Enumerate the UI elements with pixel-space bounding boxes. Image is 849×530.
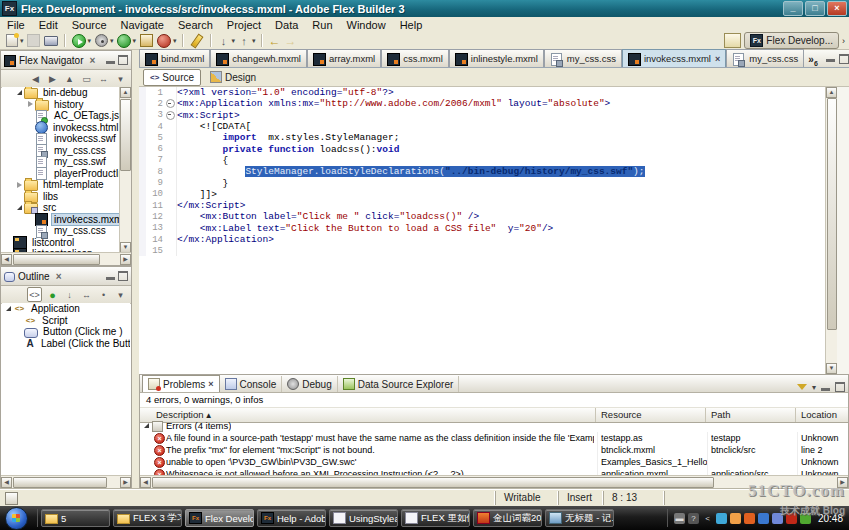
problem-row[interactable]: ×A file found in a source-path 'testapp'…: [140, 432, 848, 444]
minimize-button[interactable]: _: [783, 1, 803, 16]
profile-button[interactable]: ▾: [115, 33, 138, 49]
dropdown-arrow-icon[interactable]: ▾: [133, 37, 137, 45]
expander-closed-icon[interactable]: [15, 182, 24, 188]
outline-item[interactable]: ALabel (Click the Button to lo: [2, 338, 130, 350]
close-tab-icon[interactable]: ×: [208, 379, 213, 389]
view-tab-console[interactable]: Console: [220, 376, 283, 392]
view-tab-problems[interactable]: Problems×: [142, 375, 220, 392]
problem-row[interactable]: ×The prefix "mx" for element "mx:Script"…: [140, 444, 848, 456]
maximize-editor-button[interactable]: [839, 54, 849, 64]
taskbar-button-flex-develop-[interactable]: FxFlex Develop...: [185, 509, 254, 527]
column-header-description[interactable]: Description ▴: [156, 409, 211, 420]
prev-annotation-button[interactable]: ↑▾: [236, 33, 257, 49]
minimize-editor-button[interactable]: [826, 59, 835, 62]
scroll-thumb[interactable]: [13, 477, 107, 488]
fetion-icon[interactable]: [744, 513, 755, 524]
close-view-icon[interactable]: ×: [56, 271, 62, 282]
editor-tab-invokecss-mxml[interactable]: invokecss.mxml×: [622, 49, 726, 67]
code-line[interactable]: 14</mx:Application>: [139, 234, 825, 245]
taskbar-button-help-adobe-[interactable]: FxHelp - Adobe...: [257, 509, 326, 527]
code-line[interactable]: 8 StyleManager.loadStyleDeclarations("..…: [139, 166, 825, 177]
menu-edit[interactable]: Edit: [32, 19, 65, 31]
code-editor[interactable]: 1<?xml version="1.0" encoding="utf-8"?>2…: [139, 87, 826, 374]
expander-open-icon[interactable]: [15, 90, 24, 95]
view-menu-icon[interactable]: ▾: [812, 383, 816, 392]
menu-source[interactable]: Source: [65, 19, 114, 31]
editor-tab-css-mxml[interactable]: css.mxml: [381, 49, 449, 67]
expander-closed-icon[interactable]: [26, 101, 35, 107]
scroll-left-icon[interactable]: ◀: [1, 254, 12, 265]
maximize-button[interactable]: □: [805, 1, 825, 16]
code-line[interactable]: 7 {: [139, 155, 825, 166]
close-tab-icon[interactable]: ×: [715, 54, 720, 64]
problem-row[interactable]: ×unable to open '\PV3D_GW\bin\PV3D_GW.sw…: [140, 456, 848, 468]
outline-horizontal-scrollbar[interactable]: ◀ ▶: [1, 475, 131, 488]
mark-occurrences-button[interactable]: [188, 33, 206, 49]
tab-overflow-chevron[interactable]: »6: [804, 54, 821, 67]
taskbar-button--[interactable]: 无标题 - 记...: [545, 509, 614, 527]
minimize-view-button[interactable]: [821, 388, 830, 391]
dropdown-arrow-icon[interactable]: ▾: [232, 37, 236, 45]
scroll-up-icon[interactable]: ▲: [826, 87, 837, 98]
back-button[interactable]: ←: [267, 33, 283, 49]
tree-item[interactable]: invokecss.mxml: [2, 214, 119, 226]
menu-search[interactable]: Search: [171, 19, 220, 31]
fast-view-icon[interactable]: [5, 492, 18, 505]
print-button[interactable]: [42, 33, 60, 49]
dropdown-arrow-icon[interactable]: ▾: [88, 37, 92, 45]
maximize-view-button[interactable]: [835, 382, 845, 392]
tree-item[interactable]: playerProductInstall.swf: [2, 168, 119, 180]
expander-open-icon[interactable]: [142, 423, 151, 428]
outline-source-button[interactable]: <>: [27, 287, 42, 302]
scroll-thumb[interactable]: [152, 477, 714, 488]
minimize-view-button[interactable]: [106, 277, 115, 280]
scroll-right-icon[interactable]: ▶: [120, 254, 131, 265]
column-header-resource[interactable]: Resource: [601, 409, 642, 420]
code-line[interactable]: 4 <![CDATA[: [139, 121, 825, 132]
security-icon[interactable]: [800, 513, 811, 524]
menu-data[interactable]: Data: [268, 19, 305, 31]
tree-item[interactable]: history: [2, 99, 119, 111]
taskbar-button-flex-3-[interactable]: FLEX 3 学习...: [113, 509, 182, 527]
menu-navigate[interactable]: Navigate: [114, 19, 171, 31]
scroll-thumb[interactable]: [827, 98, 837, 330]
scroll-thumb[interactable]: [120, 99, 131, 171]
export-release-button[interactable]: [137, 33, 155, 49]
code-line[interactable]: 5 import mx.styles.StyleManager;: [139, 132, 825, 143]
tree-item[interactable]: AC_OETags.js: [2, 110, 119, 122]
tree-item[interactable]: my_css.swf: [2, 156, 119, 168]
fold-collapse-icon[interactable]: [166, 111, 175, 120]
link-editor-button[interactable]: ↔: [97, 72, 110, 85]
open-perspective-icon[interactable]: [724, 33, 741, 48]
menu-help[interactable]: Help: [393, 19, 430, 31]
tree-item[interactable]: libs: [2, 191, 119, 203]
code-line[interactable]: 13 <mx:Label text="Click the Button to l…: [139, 223, 825, 234]
navigator-vertical-scrollbar[interactable]: ▲ ▼: [119, 87, 131, 253]
close-button[interactable]: ×: [827, 1, 847, 16]
code-line[interactable]: 10 ]]>: [139, 189, 825, 200]
forward-button[interactable]: →: [283, 33, 299, 49]
expander-open-icon[interactable]: [15, 205, 24, 210]
column-header-path[interactable]: Path: [711, 409, 731, 420]
dropdown-arrow-icon[interactable]: ▾: [252, 37, 256, 45]
code-line[interactable]: 9 }: [139, 177, 825, 188]
outline-item[interactable]: <>Application: [2, 303, 130, 315]
menu-window[interactable]: Window: [340, 19, 393, 31]
editor-tab-my-css-css[interactable]: my_css.css: [726, 49, 804, 67]
column-header-location[interactable]: Location: [801, 409, 837, 420]
sort-button[interactable]: ↓: [63, 288, 76, 301]
thunder-icon[interactable]: [786, 513, 797, 524]
scroll-up-icon[interactable]: ▲: [120, 87, 131, 98]
editor-tab-bind-mxml[interactable]: bind.mxml: [139, 49, 210, 67]
tree-item[interactable]: html-template: [2, 179, 119, 191]
tree-item[interactable]: listcontrol: [2, 237, 119, 249]
language-bar-icon[interactable]: ▬: [674, 513, 685, 524]
tree-item[interactable]: invokecss.html: [2, 122, 119, 134]
collapse-all-button[interactable]: ▭: [80, 72, 93, 85]
close-view-icon[interactable]: ×: [89, 55, 95, 66]
next-annotation-button[interactable]: ↓▾: [216, 33, 237, 49]
focus-button[interactable]: •: [97, 288, 110, 301]
user-status-icon[interactable]: [730, 513, 741, 524]
tree-item[interactable]: my_css.css: [2, 225, 119, 237]
debug-button[interactable]: ▾: [92, 33, 115, 49]
